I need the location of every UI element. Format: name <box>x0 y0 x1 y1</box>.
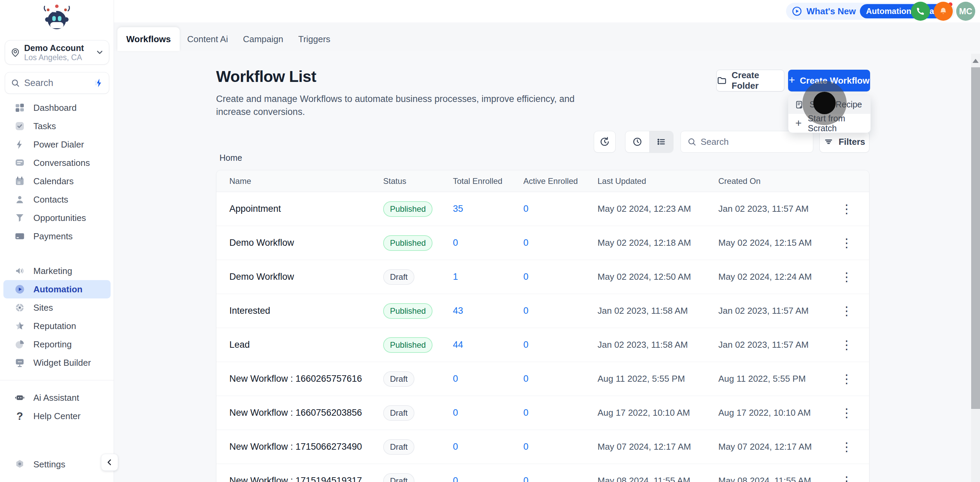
enrollment-history-button[interactable] <box>594 131 616 153</box>
breadcrumb-home[interactable]: Home <box>220 153 242 163</box>
workflow-name[interactable]: Lead <box>229 339 383 350</box>
active-enrolled[interactable]: 0 <box>523 476 598 482</box>
workflow-name[interactable]: New Workflow : 1715066273490 <box>229 442 383 452</box>
tab-content-ai[interactable]: Content Ai <box>180 27 235 51</box>
sidebar-item-ai-assistant[interactable]: Ai Assistant <box>3 388 111 407</box>
workflow-name[interactable]: Appointment <box>229 204 383 214</box>
table-row[interactable]: Lead Published 44 0 Jan 02 2023, 11:58 A… <box>216 328 869 362</box>
active-enrolled[interactable]: 0 <box>523 306 598 316</box>
tab-workflows[interactable]: Workflows <box>118 27 180 51</box>
total-enrolled[interactable]: 0 <box>453 442 523 452</box>
row-actions-kebab[interactable]: ⋮ <box>837 369 856 388</box>
star-icon <box>14 320 25 331</box>
sidebar-item-reputation[interactable]: Reputation <box>3 317 111 335</box>
total-enrolled[interactable]: 43 <box>453 306 523 316</box>
app-logo <box>0 0 114 36</box>
table-row[interactable]: New Workflow : 1660756203856 Draft 0 0 A… <box>216 396 869 430</box>
row-actions-kebab[interactable]: ⋮ <box>837 200 856 219</box>
table-row[interactable]: Interested Published 43 0 Jan 02 2023, 1… <box>216 294 869 328</box>
list-view-toggle[interactable] <box>649 131 673 152</box>
workflow-table-body: Appointment Published 35 0 May 02 2024, … <box>216 192 869 482</box>
total-enrolled[interactable]: 1 <box>453 271 523 282</box>
quick-actions-bolt-icon[interactable] <box>93 78 103 88</box>
workflow-name[interactable]: New Workflow : 1715194519317 <box>229 476 383 482</box>
row-actions-kebab[interactable]: ⋮ <box>837 403 856 423</box>
create-folder-button[interactable]: Create Folder <box>716 70 784 92</box>
active-enrolled[interactable]: 0 <box>523 442 598 452</box>
user-avatar[interactable]: MC <box>956 2 975 21</box>
sidebar-item-widget-builder[interactable]: Widget Builder <box>3 354 111 372</box>
table-row[interactable]: New Workflow : 1660265757616 Draft 0 0 A… <box>216 362 869 396</box>
row-actions-kebab[interactable]: ⋮ <box>837 301 856 320</box>
active-enrolled[interactable]: 0 <box>523 271 598 282</box>
sidebar-search-input[interactable] <box>24 78 93 88</box>
sidebar-item-contacts[interactable]: Contacts <box>3 190 111 209</box>
avatar-initials: MC <box>959 6 972 16</box>
phone-button[interactable] <box>911 2 930 21</box>
account-switcher[interactable]: Demo Account Los Angeles, CA <box>5 40 109 65</box>
tab-campaign[interactable]: Campaign <box>235 27 291 51</box>
workflow-search-input[interactable] <box>701 136 807 147</box>
sidebar-item-power-dialer[interactable]: Power Dialer <box>3 135 111 154</box>
sidebar-item-payments[interactable]: Payments <box>3 227 111 246</box>
total-enrolled[interactable]: 0 <box>453 407 523 418</box>
sidebar-item-opportunities[interactable]: Opportunities <box>3 209 111 227</box>
row-actions-kebab[interactable]: ⋮ <box>837 233 856 252</box>
sidebar-item-tasks[interactable]: Tasks <box>3 117 111 135</box>
table-row[interactable]: New Workflow : 1715194519317 Draft 0 0 M… <box>216 464 869 482</box>
row-actions-kebab[interactable]: ⋮ <box>837 336 856 355</box>
sidebar-item-conversations[interactable]: Conversations <box>3 154 111 172</box>
scroll-up-arrow[interactable] <box>971 56 980 66</box>
lightning-icon <box>14 139 25 150</box>
active-enrolled[interactable]: 0 <box>523 204 598 214</box>
sidebar-item-marketing[interactable]: Marketing <box>3 262 111 280</box>
workflow-name[interactable]: Demo Workflow <box>229 238 383 248</box>
sidebar-item-sites[interactable]: Sites <box>3 298 111 317</box>
search-icon <box>11 78 20 88</box>
sidebar-item-settings[interactable]: Settings <box>3 455 111 474</box>
column-header-status: Status <box>383 176 453 186</box>
total-enrolled[interactable]: 35 <box>453 204 523 214</box>
workflow-name[interactable]: Demo Workflow <box>229 271 383 282</box>
active-enrolled[interactable]: 0 <box>523 339 598 350</box>
active-enrolled[interactable]: 0 <box>523 407 598 418</box>
sidebar-collapse-button[interactable] <box>101 454 118 471</box>
sidebar-item-help-center[interactable]: ? Help Center <box>3 407 111 425</box>
total-enrolled[interactable]: 44 <box>453 339 523 350</box>
table-row[interactable]: Demo Workflow Published 0 0 May 02 2024,… <box>216 226 869 260</box>
workflow-name[interactable]: Interested <box>229 306 383 316</box>
create-workflow-label: Create Workflow <box>800 76 870 86</box>
table-row[interactable]: New Workflow : 1715066273490 Draft 0 0 M… <box>216 430 869 464</box>
sidebar-item-automation[interactable]: Automation <box>3 280 111 298</box>
workflow-name[interactable]: New Workflow : 1660265757616 <box>229 374 383 384</box>
row-actions-kebab[interactable]: ⋮ <box>837 268 856 287</box>
tab-triggers[interactable]: Triggers <box>291 27 337 51</box>
total-enrolled[interactable]: 0 <box>453 476 523 482</box>
notifications-button[interactable] <box>934 2 953 21</box>
workflow-name[interactable]: New Workflow : 1660756203856 <box>229 407 383 418</box>
sidebar-item-label: Contacts <box>33 194 68 205</box>
sidebar-item-calendars[interactable]: Calendars <box>3 172 111 190</box>
time-view-toggle[interactable] <box>625 131 649 152</box>
sidebar-item-label: Automation <box>33 284 82 295</box>
row-actions-kebab[interactable]: ⋮ <box>837 471 856 482</box>
sidebar-divider <box>0 380 114 381</box>
table-row[interactable]: Appointment Published 35 0 May 02 2024, … <box>216 192 869 226</box>
total-enrolled[interactable]: 0 <box>453 238 523 248</box>
sidebar-item-dashboard[interactable]: Dashboard <box>3 98 111 117</box>
filters-button[interactable]: Filters <box>819 131 869 153</box>
vertical-scrollbar[interactable] <box>971 54 980 482</box>
row-actions-kebab[interactable]: ⋮ <box>837 438 856 457</box>
phone-icon <box>916 6 925 16</box>
scrollbar-thumb[interactable] <box>971 67 980 409</box>
active-enrolled[interactable]: 0 <box>523 374 598 384</box>
menu-item-select-recipe[interactable]: Select Recipe <box>788 95 870 114</box>
table-row[interactable]: Demo Workflow Draft 1 0 May 02 2024, 12:… <box>216 260 869 294</box>
menu-item-start-from-scratch[interactable]: + Start from Scratch <box>788 114 870 133</box>
create-workflow-button[interactable]: + Create Workflow <box>788 70 870 92</box>
active-enrolled[interactable]: 0 <box>523 238 598 248</box>
robot-logo-icon <box>40 3 73 33</box>
total-enrolled[interactable]: 0 <box>453 374 523 384</box>
sidebar-item-reporting[interactable]: Reporting <box>3 335 111 354</box>
gear-icon <box>14 459 25 470</box>
